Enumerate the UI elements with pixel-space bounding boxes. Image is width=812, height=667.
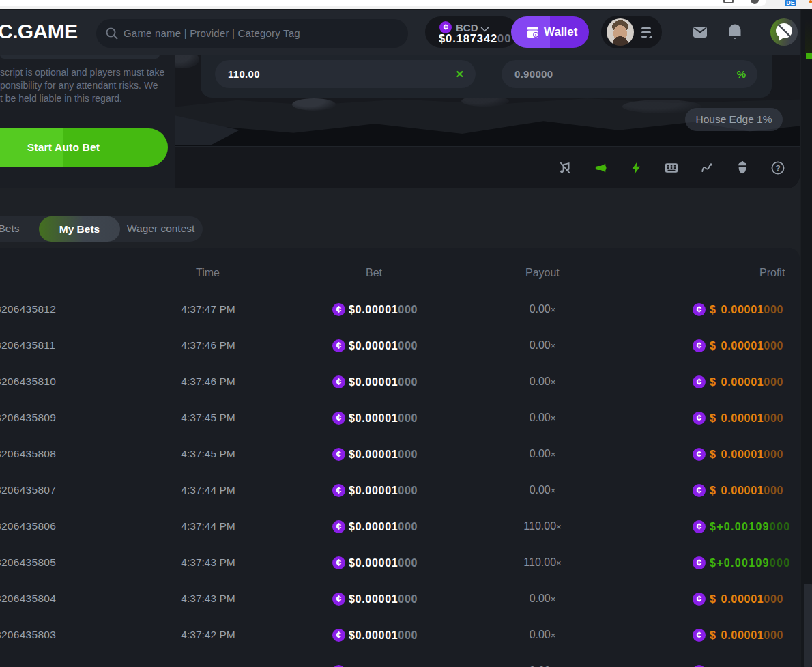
svg-text:?: ? <box>775 163 780 173</box>
